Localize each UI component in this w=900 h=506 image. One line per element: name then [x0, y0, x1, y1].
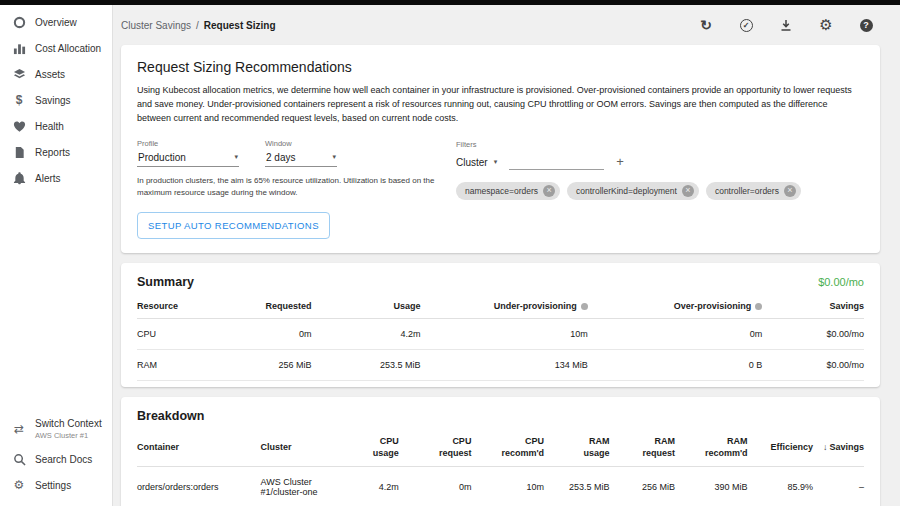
filters-column: Filters Cluster ▾ + namespace=orders [456, 139, 864, 239]
settings-label: Settings [35, 480, 71, 491]
sidebar-item-label: Assets [35, 69, 65, 80]
sidebar-item-cost-allocation[interactable]: Cost Allocation [0, 35, 112, 61]
chevron-down-icon: ▾ [494, 158, 498, 166]
layers-icon [12, 67, 26, 81]
info-icon[interactable] [581, 303, 588, 310]
sidebar-item-overview[interactable]: Overview [0, 9, 112, 35]
sidebar-item-label: Cost Allocation [35, 43, 101, 54]
sidebar-nav: Overview Cost Allocation Assets $ Saving… [0, 5, 112, 191]
sidebar-item-reports[interactable]: Reports [0, 139, 112, 165]
col-ram-usage[interactable]: RAMusage [544, 427, 609, 467]
sort-desc-icon: ↓ [823, 442, 828, 452]
col-savings-sort[interactable]: ↓Savings [813, 427, 864, 467]
sidebar-item-label: Reports [35, 147, 70, 158]
filter-chip[interactable]: controller=orders × [706, 182, 801, 200]
profile-window-column: Profile Production ▾ Window 2 days [137, 139, 456, 239]
col-cluster[interactable]: Cluster [261, 427, 356, 467]
switch-arrows-icon: ⇄ [12, 422, 26, 436]
setup-auto-recommendations-button[interactable]: SETUP AUTO RECOMMENDATIONS [137, 212, 330, 239]
breadcrumb-separator: / [196, 20, 199, 31]
window-select-group: Window 2 days ▾ [265, 139, 337, 167]
filter-type-select[interactable]: Cluster ▾ [456, 157, 497, 170]
search-icon [12, 452, 26, 466]
overview-icon [12, 15, 26, 29]
col-cpu-recommended[interactable]: CPUrecomm'd [471, 427, 544, 467]
controls-row: Profile Production ▾ Window 2 days [137, 139, 864, 239]
dollar-icon: $ [12, 93, 26, 107]
summary-header-row: Resource Requested Usage Under-provision… [137, 293, 864, 319]
remove-chip-icon[interactable]: × [682, 185, 694, 197]
search-docs-button[interactable]: Search Docs [0, 446, 112, 472]
col-container[interactable]: Container [137, 427, 261, 467]
breadcrumb-request-sizing: Request Sizing [204, 20, 276, 31]
main-area: Cluster Savings / Request Sizing ↻ ✓ ⚙ ?… [114, 5, 900, 506]
summary-row-cpu: CPU 0m 4.2m 10m 0m $0.00/mo [137, 318, 864, 349]
profile-label: Profile [137, 139, 239, 148]
gear-icon: ⚙ [12, 478, 26, 492]
remove-chip-icon[interactable]: × [784, 185, 796, 197]
col-usage: Usage [311, 293, 420, 319]
breakdown-card: Breakdown Container Cluster CPUusage CPU… [121, 397, 880, 506]
filter-chip[interactable]: namespace=orders × [456, 182, 560, 200]
filters-label: Filters [456, 140, 864, 149]
switch-context-button[interactable]: ⇄ Switch Context AWS Cluster #1 [0, 412, 112, 446]
description-text: Using Kubecost allocation metrics, we de… [137, 84, 864, 126]
col-efficiency[interactable]: Efficiency [748, 427, 813, 467]
download-icon[interactable] [778, 17, 794, 33]
check-circle-icon[interactable]: ✓ [738, 17, 754, 33]
bar-chart-icon [12, 41, 26, 55]
sidebar-item-assets[interactable]: Assets [0, 61, 112, 87]
col-resource: Resource [137, 293, 232, 319]
breakdown-title: Breakdown [137, 409, 204, 423]
document-icon [12, 145, 26, 159]
switch-context-label: Switch Context [35, 418, 102, 431]
page-content: Request Sizing Recommendations Using Kub… [114, 45, 900, 506]
window-select[interactable]: 2 days ▾ [265, 150, 337, 167]
col-savings: Savings [762, 293, 864, 319]
sidebar: Overview Cost Allocation Assets $ Saving… [0, 5, 113, 506]
sidebar-item-savings[interactable]: $ Savings [0, 87, 112, 113]
breakdown-row[interactable]: orders/orders:orders AWS Cluster #1/clus… [137, 467, 864, 506]
heart-icon [12, 119, 26, 133]
request-sizing-card: Request Sizing Recommendations Using Kub… [121, 45, 880, 253]
sidebar-item-label: Savings [35, 95, 71, 106]
chevron-down-icon: ▾ [234, 153, 238, 161]
profile-select-group: Profile Production ▾ [137, 139, 239, 167]
filter-chip[interactable]: controllerKind=deployment × [567, 182, 699, 200]
col-ram-request[interactable]: RAMrequest [610, 427, 675, 467]
filter-chips: namespace=orders × controllerKind=deploy… [456, 182, 864, 200]
sidebar-item-label: Health [35, 121, 64, 132]
breakdown-header-row: Container Cluster CPUusage CPUrequest CP… [137, 427, 864, 467]
col-under-provisioning: Under-provisioning [421, 293, 588, 319]
info-icon[interactable] [755, 303, 762, 310]
total-savings-value: $0.00/mo [818, 276, 864, 288]
help-icon[interactable]: ? [858, 17, 874, 33]
topbar: Cluster Savings / Request Sizing ↻ ✓ ⚙ ? [114, 5, 900, 45]
settings-gear-icon[interactable]: ⚙ [818, 17, 834, 33]
sidebar-item-label: Overview [35, 17, 77, 28]
summary-row-ram: RAM 256 MiB 253.5 MiB 134 MiB 0 B $0.00/… [137, 349, 864, 380]
current-cluster-label: AWS Cluster #1 [35, 431, 102, 440]
refresh-icon[interactable]: ↻ [698, 17, 714, 33]
settings-button[interactable]: ⚙ Settings [0, 472, 112, 498]
profile-helper-text: In production clusters, the aim is 65% r… [137, 175, 437, 199]
col-requested: Requested [232, 293, 312, 319]
col-cpu-usage[interactable]: CPUusage [355, 427, 399, 467]
summary-title: Summary [137, 275, 194, 289]
window-label: Window [265, 139, 337, 148]
breadcrumb-cluster-savings[interactable]: Cluster Savings [121, 20, 191, 31]
sidebar-footer: ⇄ Switch Context AWS Cluster #1 Search D… [0, 412, 112, 506]
breakdown-table: Container Cluster CPUusage CPUrequest CP… [137, 427, 864, 506]
bell-icon [12, 171, 26, 185]
summary-card: Summary $0.00/mo Resource Requested Usag… [121, 263, 880, 387]
remove-chip-icon[interactable]: × [543, 185, 555, 197]
filter-value-input[interactable] [509, 155, 604, 170]
sidebar-item-health[interactable]: Health [0, 113, 112, 139]
topbar-actions: ↻ ✓ ⚙ ? [698, 17, 874, 33]
profile-select[interactable]: Production ▾ [137, 150, 239, 167]
page-title: Request Sizing Recommendations [137, 59, 864, 75]
col-cpu-request[interactable]: CPUrequest [399, 427, 472, 467]
sidebar-item-alerts[interactable]: Alerts [0, 165, 112, 191]
add-filter-icon[interactable]: + [616, 155, 624, 170]
col-ram-recommended[interactable]: RAMrecomm'd [675, 427, 748, 467]
